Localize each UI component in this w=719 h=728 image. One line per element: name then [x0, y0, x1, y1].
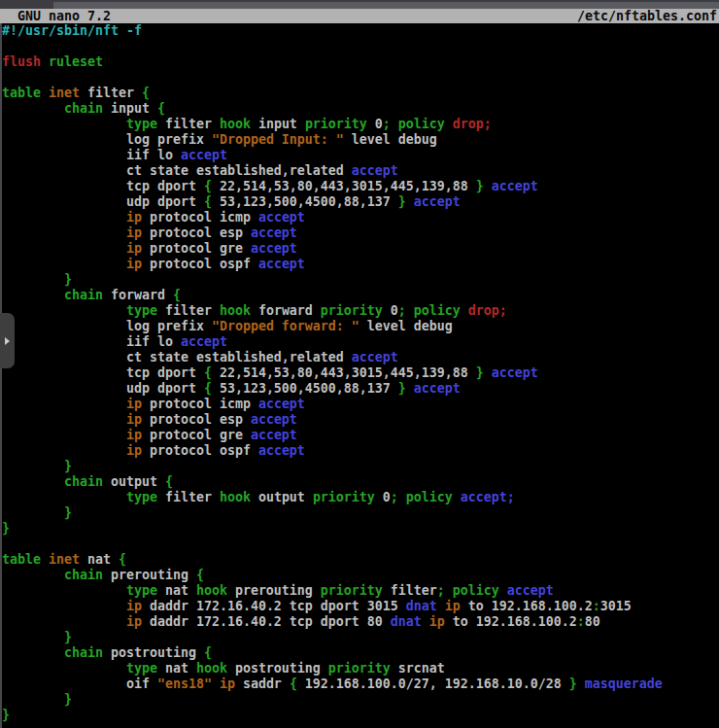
- code-line: ip daddr 172.16.40.2 tcp dport 80 dnat i…: [2, 614, 719, 630]
- code-line: type nat hook postrouting priority srcna…: [2, 661, 719, 676]
- file-path-label: /etc/nftables.conf: [577, 9, 719, 24]
- code-line: type filter hook output priority 0; poli…: [2, 490, 719, 505]
- code-line: ct state established,related accept: [2, 350, 719, 365]
- code-line: tcp dport { 22,514,53,80,443,3015,445,13…: [2, 179, 719, 194]
- code-line: chain forward {: [2, 288, 719, 303]
- code-line: type filter hook input priority 0; polic…: [2, 117, 719, 132]
- code-line: type nat hook prerouting priority filter…: [2, 583, 719, 599]
- code-line: tcp dport { 22,514,53,80,443,3015,445,13…: [2, 365, 719, 381]
- code-line: log prefix "Dropped forward: " level deb…: [2, 319, 719, 334]
- code-line: ip protocol gre accept: [2, 428, 719, 443]
- code-line: ip daddr 172.16.40.2 tcp dport 3015 dnat…: [2, 599, 719, 614]
- code-line: #!/usr/sbin/nft -f: [2, 23, 719, 39]
- code-line: chain prerouting {: [2, 568, 719, 583]
- code-line: chain postrouting {: [2, 645, 719, 661]
- code-line: }: [2, 692, 719, 708]
- code-line: flush ruleset: [2, 54, 719, 70]
- code-line: ip protocol gre accept: [2, 241, 719, 257]
- code-line: iif lo accept: [2, 334, 719, 350]
- code-line: [2, 537, 719, 552]
- code-line: udp dport { 53,123,500,4500,88,137 } acc…: [2, 194, 719, 210]
- code-line: table inet nat {: [2, 552, 719, 568]
- code-line: ip protocol esp accept: [2, 412, 719, 428]
- code-line: ip protocol icmp accept: [2, 210, 719, 225]
- code-line: ip protocol ospf accept: [2, 257, 719, 272]
- code-line: table inet filter {: [2, 86, 719, 101]
- nano-version-label: GNU nano 7.2: [0, 9, 111, 24]
- code-line: [2, 39, 719, 54]
- code-line: }: [2, 272, 719, 288]
- code-line: }: [2, 459, 719, 474]
- code-line: }: [2, 630, 719, 645]
- nano-editor-text[interactable]: #!/usr/sbin/nft -fflush rulesettable ine…: [0, 23, 719, 728]
- nano-titlebar: GNU nano 7.2 /etc/nftables.conf: [0, 9, 719, 23]
- code-line: udp dport { 53,123,500,4500,88,137 } acc…: [2, 381, 719, 397]
- code-line: [2, 70, 719, 86]
- code-line: }: [2, 521, 719, 537]
- code-line: iif lo accept: [2, 148, 719, 163]
- viewer-edge-line: [0, 23, 2, 728]
- code-line: type filter hook forward priority 0; pol…: [2, 303, 719, 319]
- code-line: ip protocol ospf accept: [2, 443, 719, 459]
- code-line: ct state established,related accept: [2, 163, 719, 179]
- code-line: ip protocol icmp accept: [2, 397, 719, 412]
- code-line: oif "ens18" ip saddr { 192.168.100.0/27,…: [2, 676, 719, 692]
- code-line: chain output {: [2, 474, 719, 490]
- expand-arrow-icon: [5, 337, 10, 345]
- code-line: chain input {: [2, 101, 719, 117]
- code-line: }: [2, 708, 719, 723]
- code-line: log prefix "Dropped Input: " level debug: [2, 132, 719, 148]
- code-line: }: [2, 505, 719, 521]
- code-line: ip protocol esp accept: [2, 225, 719, 241]
- novnc-sidebar-toggle[interactable]: [0, 313, 15, 368]
- console-screen: { "colors": { "bg": "#000000", "fg": "#b…: [0, 0, 719, 728]
